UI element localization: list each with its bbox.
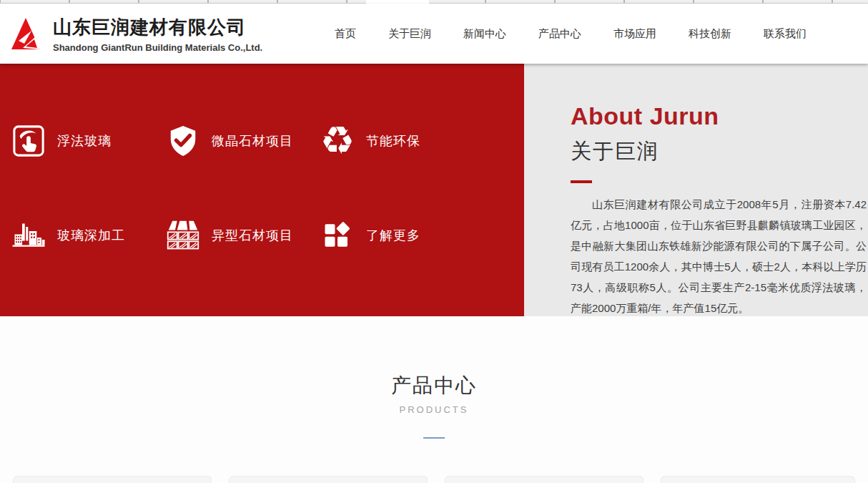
feature-microcrystal-stone[interactable]: 微晶石材项目 (166, 119, 320, 162)
nav-item-products[interactable]: 产品中心 (538, 27, 581, 41)
product-card-top (445, 476, 643, 483)
feature-panel: 浮法玻璃 微晶石材项目 ♻ 节能环保 (0, 64, 524, 316)
nav-item-home[interactable]: 首页 (335, 27, 356, 41)
feature-float-glass[interactable]: 浮法玻璃 (11, 119, 166, 162)
nav-item-market[interactable]: 市场应用 (613, 27, 656, 41)
nav-item-contact[interactable]: 联系我们 (764, 27, 807, 41)
site-header: 山东巨润建材有限公司 Shandong GiantRun Building Ma… (0, 4, 868, 64)
factory-icon (11, 215, 46, 256)
products-subtitle: PRODUCTS (0, 404, 868, 415)
feature-shaped-stone[interactable]: 异型石材项目 (166, 214, 320, 257)
about-panel: About Jurun 关于巨润 山东巨润建材有限公司成立于2008年5月，注册… (524, 64, 868, 316)
about-heading-en: About Jurun (571, 102, 868, 130)
products-title: 产品中心 (0, 372, 868, 399)
company-name-zh: 山东巨润建材有限公司 (53, 15, 262, 40)
feature-label: 浮法玻璃 (57, 132, 112, 150)
company-logo[interactable]: 山东巨润建材有限公司 Shandong GiantRun Building Ma… (0, 15, 262, 53)
feature-label: 玻璃深加工 (57, 227, 125, 244)
nav-item-tech[interactable]: 科技创新 (689, 27, 731, 41)
feature-eco[interactable]: ♻ 节能环保 (320, 119, 475, 162)
product-card-top (13, 476, 212, 483)
feature-learn-more[interactable]: 了解更多 (320, 214, 475, 257)
product-card-row (0, 476, 868, 483)
feature-label: 节能环保 (366, 132, 420, 150)
product-card-top (661, 476, 855, 483)
main-nav: 首页 关于巨润 新闻中心 产品中心 市场应用 科技创新 联系我们 (335, 27, 807, 41)
products-section: 产品中心 PRODUCTS (0, 316, 868, 439)
touch-icon (11, 120, 46, 162)
about-paragraph: 山东巨润建材有限公司成立于2008年5月，注册资本7.42亿元，占地1000亩，… (571, 194, 867, 318)
logo-triangle-icon (7, 15, 44, 52)
feature-label: 微晶石材项目 (212, 132, 293, 150)
shield-check-icon (166, 120, 200, 162)
stone-blocks-icon (166, 215, 200, 256)
hero-section: 浮法玻璃 微晶石材项目 ♻ 节能环保 (0, 64, 868, 316)
feature-glass-processing[interactable]: 玻璃深加工 (11, 214, 166, 257)
nav-item-about[interactable]: 关于巨润 (388, 27, 431, 41)
about-divider (571, 180, 592, 183)
feature-label: 了解更多 (366, 227, 420, 244)
about-heading-zh: 关于巨润 (571, 137, 868, 166)
recycle-icon: ♻ (320, 120, 355, 162)
product-card-top (229, 476, 428, 483)
feature-label: 异型石材项目 (212, 227, 293, 244)
company-name-en: Shandong GiantRun Building Materials Co.… (53, 42, 262, 53)
squares-icon (320, 215, 355, 256)
nav-item-news[interactable]: 新闻中心 (463, 27, 506, 41)
products-divider (423, 437, 445, 439)
